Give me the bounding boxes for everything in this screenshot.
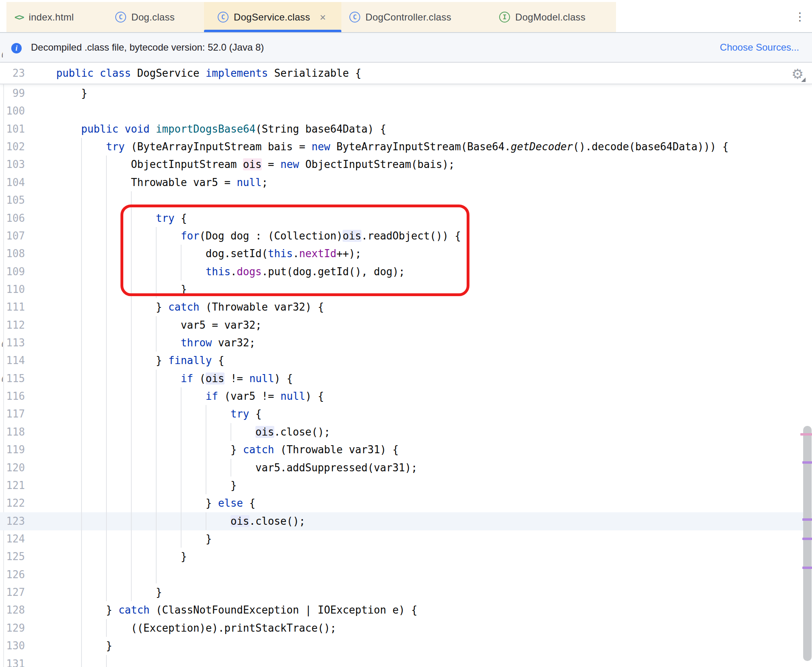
tab-label: index.html	[29, 12, 74, 23]
annotation-red-box	[120, 205, 469, 297]
choose-sources-link[interactable]: Choose Sources...	[720, 33, 799, 62]
line-number-119[interactable]: 119	[0, 441, 25, 458]
line-number-102[interactable]: 102	[0, 138, 25, 155]
line-number-111[interactable]: 111	[0, 298, 25, 316]
line-number-104[interactable]: 104	[0, 174, 25, 191]
code-line-116: if (var5 != null) {	[56, 387, 324, 405]
sticky-class-declaration: 23 public class DogService implements Se…	[0, 63, 812, 84]
code-line-102: try (ByteArrayInputStream bais = new Byt…	[56, 138, 728, 155]
tab-label: Dog.class	[131, 12, 175, 23]
line-number-109[interactable]: 109	[0, 263, 25, 280]
line-number-114[interactable]: 114	[0, 352, 25, 369]
html-file-icon: <>	[14, 12, 24, 22]
info-icon: i	[11, 43, 22, 53]
sticky-line-number: 23	[0, 63, 25, 84]
line-number-110[interactable]: 110	[0, 280, 25, 298]
interface-icon: I	[499, 12, 510, 23]
tab-dog-class[interactable]: CDog.class	[101, 2, 184, 32]
code-line-123: ois.close();	[56, 512, 305, 530]
line-number-113[interactable]: 113	[0, 334, 25, 352]
clipped-edge-artifact: (	[0, 340, 3, 347]
code-line-115: if (ois != null) {	[56, 370, 293, 387]
code-line-99: }	[56, 84, 88, 102]
indent-guide	[131, 566, 132, 583]
line-number-128[interactable]: 128	[0, 601, 25, 619]
line-number-101[interactable]: 101	[0, 120, 25, 138]
line-number-124[interactable]: 124	[0, 530, 25, 548]
line-number-127[interactable]: 127	[0, 583, 25, 601]
line-number-129[interactable]: 129	[0, 619, 25, 637]
ide-window: { "tabs": { "items": [ { "label": "index…	[0, 0, 812, 667]
clipped-edge-artifact: (	[0, 50, 3, 57]
tab-close-icon[interactable]: ×	[320, 12, 326, 23]
line-number-130[interactable]: 130	[0, 637, 25, 655]
indent-guide	[156, 566, 157, 583]
code-line-127: }	[56, 583, 162, 601]
tab-dogmodel-class[interactable]: IDogModel.class	[480, 2, 595, 32]
code-line-122: } else {	[56, 494, 255, 512]
code-line-120: var5.addSuppressed(var31);	[56, 459, 417, 477]
line-number-116[interactable]: 116	[0, 387, 25, 405]
line-number-107[interactable]: 107	[0, 227, 25, 245]
code-line-111: } catch (Throwable var32) {	[56, 298, 324, 316]
line-number-117[interactable]: 117	[0, 405, 25, 423]
gear-dropdown-corner	[801, 78, 806, 82]
tab-options-kebab-icon[interactable]: ⋮	[794, 10, 804, 24]
line-number-120[interactable]: 120	[0, 459, 25, 477]
code-line-114: } finally {	[56, 352, 224, 369]
indent-guide	[106, 191, 107, 209]
tab-dogservice-class[interactable]: CDogService.class×	[204, 2, 341, 32]
code-line-113: throw var32;	[56, 334, 255, 352]
editor-settings-gear-icon[interactable]: ⚙	[789, 65, 806, 83]
code-line-128: } catch (ClassNotFoundException | IOExce…	[56, 601, 417, 619]
line-number-118[interactable]: 118	[0, 423, 25, 441]
line-number-126[interactable]: 126	[0, 566, 25, 583]
tab-label: DogService.class	[234, 12, 310, 23]
line-number-105[interactable]: 105	[0, 191, 25, 209]
indent-guide	[81, 191, 82, 209]
indent-guide	[106, 566, 107, 583]
stripe-mark-purple[interactable]	[802, 567, 812, 569]
stripe-mark-purple[interactable]	[802, 538, 812, 540]
class-icon: C	[218, 12, 229, 23]
stripe-mark-purple[interactable]	[802, 518, 812, 521]
code-line-103: ObjectInputStream ois = new ObjectInputS…	[56, 155, 455, 173]
code-line-125: }	[56, 548, 187, 565]
line-number-100[interactable]: 100	[0, 102, 25, 120]
line-number-125[interactable]: 125	[0, 548, 25, 565]
code-line-104: Throwable var5 = null;	[56, 174, 268, 191]
sticky-code-text: public class DogService implements Seria…	[56, 63, 361, 84]
indent-guide	[81, 566, 82, 583]
indent-guide	[81, 655, 82, 667]
code-line-101: public void importDogsBase64(String base…	[56, 120, 386, 138]
code-line-130: }	[56, 637, 112, 655]
tab-index-html[interactable]: <>index.html	[7, 2, 84, 32]
stripe-mark-pink[interactable]	[800, 433, 812, 436]
code-line-112: var5 = var32;	[56, 316, 262, 334]
line-number-121[interactable]: 121	[0, 477, 25, 494]
banner-message: Decompiled .class file, bytecode version…	[31, 33, 264, 62]
line-number-106[interactable]: 106	[0, 209, 25, 227]
stripe-mark-purple[interactable]	[802, 461, 812, 464]
tab-label: DogModel.class	[515, 12, 586, 23]
tab-dogcontroller-class[interactable]: CDogController.class	[341, 2, 461, 32]
class-icon: C	[115, 12, 126, 23]
line-number-131[interactable]: 131	[0, 655, 25, 667]
code-line-118: ois.close();	[56, 423, 330, 441]
code-line-121: }	[56, 477, 237, 494]
code-line-119: } catch (Throwable var31) {	[56, 441, 399, 458]
line-number-112[interactable]: 112	[0, 316, 25, 334]
line-number-122[interactable]: 122	[0, 494, 25, 512]
code-line-117: try {	[56, 405, 262, 423]
line-number-115[interactable]: 115	[0, 370, 25, 387]
clipped-edge-artifact: (	[0, 374, 3, 382]
code-editor[interactable]: 99 }100101 public void importDogsBase64(…	[0, 63, 812, 667]
line-number-103[interactable]: 103	[0, 155, 25, 173]
line-number-108[interactable]: 108	[0, 245, 25, 262]
line-number-123[interactable]: 123	[0, 512, 25, 530]
tab-label: DogController.class	[365, 12, 451, 23]
class-icon: C	[349, 12, 360, 23]
indent-guide	[106, 655, 107, 667]
line-number-99[interactable]: 99	[0, 84, 25, 102]
decompiler-notification-banner: i Decompiled .class file, bytecode versi…	[0, 32, 812, 63]
